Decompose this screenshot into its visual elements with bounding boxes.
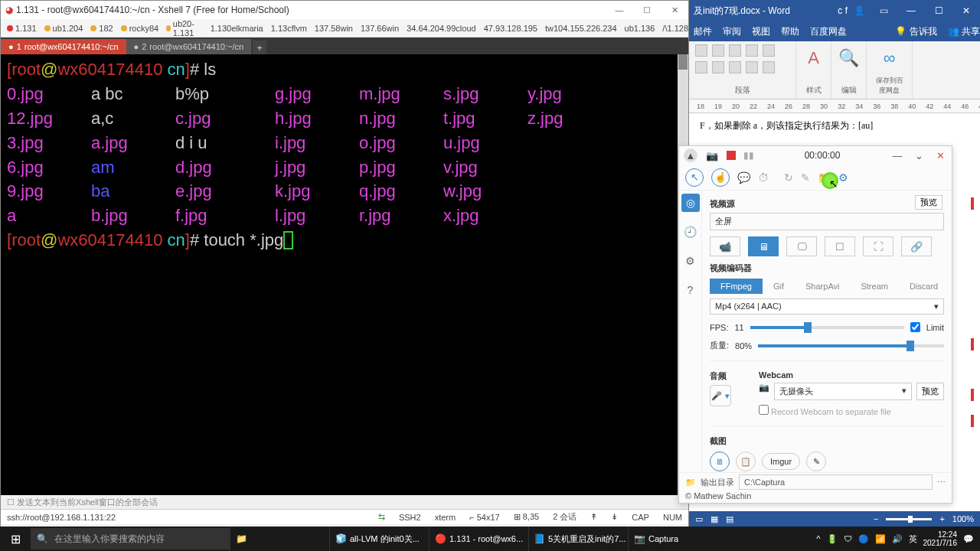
xshell-broadcast-bar[interactable]: ☐ 发送文本到当前Xshell窗口的全部会话	[1, 495, 688, 509]
nav-down-icon[interactable]: ↡	[611, 512, 618, 522]
baidu-save-icon[interactable]: ∞	[876, 44, 903, 72]
sidebar-recent[interactable]: 🕘	[681, 223, 700, 241]
xshell-titlebar[interactable]: ◕ 1.131 - root@wx604174410:~/cn - Xshell…	[1, 1, 688, 19]
list-icon[interactable]	[712, 44, 724, 57]
pencil-icon[interactable]: ✎	[801, 171, 810, 184]
nav-up-icon[interactable]: ↟	[590, 512, 597, 522]
encoder-tab[interactable]: Discard	[899, 279, 949, 294]
minimize-button[interactable]: —	[890, 148, 904, 162]
minimize-button[interactable]: —	[606, 1, 633, 19]
refresh-icon[interactable]: ↻	[784, 171, 793, 184]
change-marker[interactable]	[971, 338, 974, 350]
encoder-tab[interactable]: Stream	[850, 279, 898, 294]
src-camera-icon[interactable]: 📹	[710, 236, 740, 256]
src-monitor-icon[interactable]: 🖵	[786, 236, 817, 256]
tellme[interactable]: 告诉我	[910, 26, 937, 37]
timer-icon[interactable]: ⏱	[758, 171, 769, 184]
list-icon[interactable]	[729, 44, 741, 57]
gear-icon[interactable]: ⚙	[838, 171, 848, 184]
view-icon[interactable]: ▦	[710, 514, 718, 524]
record-button[interactable]	[727, 151, 736, 160]
terminal-tab-2[interactable]: ● 2 root@wx604174410:~/cn	[126, 39, 252, 54]
mic-button[interactable]: 🎤 ▾	[710, 385, 731, 406]
share-button[interactable]: 共享	[962, 26, 980, 37]
maximize-button[interactable]: ☐	[633, 1, 661, 19]
captura-titlebar[interactable]: ▲ 📷 ▮▮ 00:00:00 — ⌄ ✕	[679, 146, 952, 165]
align-icon[interactable]	[729, 61, 741, 73]
ribbon-options-button[interactable]: ▭	[870, 0, 897, 21]
zoom-slider[interactable]	[886, 518, 932, 520]
clock[interactable]: 12:242021/7/16	[923, 530, 958, 547]
click-icon[interactable]: ☝	[711, 168, 730, 187]
taskbar-app[interactable]: 🔴1.131 - root@wx6...	[429, 527, 528, 551]
close-button[interactable]: ✕	[952, 0, 980, 21]
user-icon[interactable]: 👤	[854, 5, 865, 16]
ribbon-tab[interactable]: 帮助	[781, 25, 799, 38]
preview-button[interactable]: 预览	[915, 195, 942, 210]
view-icon[interactable]: ▤	[726, 514, 733, 524]
zoom-level[interactable]: 100%	[952, 514, 974, 523]
ribbon-tab[interactable]: 百度网盘	[810, 25, 847, 38]
record-sep-checkbox[interactable]	[759, 405, 769, 415]
minimize-button[interactable]: —	[897, 0, 925, 21]
system-tray[interactable]: ^ 🔋 🛡 🔵 📶 🔊 英 12:242021/7/16 💬	[816, 530, 980, 547]
expand-button[interactable]: ⌄	[912, 148, 926, 162]
view-icon[interactable]: ▭	[695, 514, 703, 524]
sidebar-main[interactable]: ◎	[681, 194, 700, 212]
source-input[interactable]: 全屏	[710, 213, 944, 230]
align-icon[interactable]	[712, 61, 724, 73]
network-icon[interactable]: 📶	[875, 534, 886, 544]
src-link-icon[interactable]: 🔗	[901, 236, 932, 256]
cursor-icon[interactable]: ↖	[685, 168, 704, 187]
indent-icon[interactable]	[763, 44, 775, 57]
terminal-tab-1[interactable]: ● 1 root@wx604174410:~/cn	[1, 39, 126, 54]
terminal[interactable]: [root@wx604174410 cn]# ls 0.jpga bcb%pg.…	[1, 54, 688, 495]
ribbon-tab[interactable]: 审阅	[723, 25, 741, 38]
change-marker[interactable]	[971, 197, 974, 210]
battery-icon[interactable]: 🔋	[827, 534, 838, 544]
styles-icon[interactable]: A	[800, 44, 828, 72]
snapshot-icon[interactable]: 📷	[705, 148, 719, 162]
more-button[interactable]: ⋯	[937, 478, 946, 487]
close-button[interactable]: ✕	[661, 1, 688, 19]
close-button[interactable]: ✕	[933, 148, 947, 162]
edit-preset-icon[interactable]: ✎	[806, 452, 826, 471]
new-tab-button[interactable]: +	[253, 41, 266, 54]
word-titlebar[interactable]: 及init的7现.docx - Word c f 👤 ▭ — ☐ ✕	[689, 0, 980, 21]
encoder-tab[interactable]: SharpAvi	[795, 279, 850, 294]
word-ruler[interactable]: 181920 222426 283032 343638 404244 4648	[689, 99, 980, 113]
start-button[interactable]: ⊞	[0, 527, 31, 551]
doc-text[interactable]: F，如果删除 a，则该指定执行结果为：[au]	[700, 119, 969, 132]
volume-icon[interactable]: 🔊	[892, 534, 903, 544]
encoder-tab[interactable]: FFmpeg	[710, 279, 763, 294]
encoder-tab[interactable]: Gif	[763, 279, 795, 294]
quality-slider[interactable]	[758, 344, 944, 347]
align-icon[interactable]	[746, 61, 758, 73]
taskbar-app[interactable]: 📁	[230, 527, 329, 551]
align-icon[interactable]	[695, 61, 707, 73]
zoom-in-button[interactable]: +	[939, 514, 944, 523]
limit-checkbox[interactable]	[910, 322, 920, 332]
notification-icon[interactable]: 💬	[963, 534, 974, 544]
change-marker[interactable]	[971, 389, 974, 401]
disk-preset-icon[interactable]: 🗎	[710, 452, 730, 471]
find-icon[interactable]: 🔍	[835, 44, 863, 72]
src-region-icon[interactable]: ⛶	[863, 236, 893, 256]
taskbar-app[interactable]: 🧊all-LVM 的init0关...	[329, 527, 429, 551]
ribbon-tab[interactable]: 视图	[752, 25, 770, 38]
collapse-icon[interactable]: ▲	[684, 148, 697, 162]
list-icon[interactable]	[695, 44, 707, 57]
sort-icon[interactable]	[763, 61, 775, 73]
tray-overflow-icon[interactable]: ^	[816, 534, 820, 543]
taskbar-app[interactable]: 📘5关机重启及init的7...	[528, 527, 628, 551]
keystroke-icon[interactable]: 💬	[737, 171, 750, 184]
ime-icon[interactable]: 英	[909, 533, 917, 545]
webcam-select[interactable]: 无摄像头▾	[774, 383, 912, 400]
webcam-preview-button[interactable]: 预览	[916, 383, 944, 400]
maximize-button[interactable]: ☐	[925, 0, 952, 21]
taskbar-app[interactable]: 📷Captura	[628, 527, 727, 551]
src-window-icon[interactable]: ☐	[825, 236, 855, 256]
folder-icon[interactable]: 📁	[685, 478, 696, 487]
sidebar-settings[interactable]: ⚙	[681, 252, 700, 270]
fps-slider[interactable]	[750, 326, 904, 329]
